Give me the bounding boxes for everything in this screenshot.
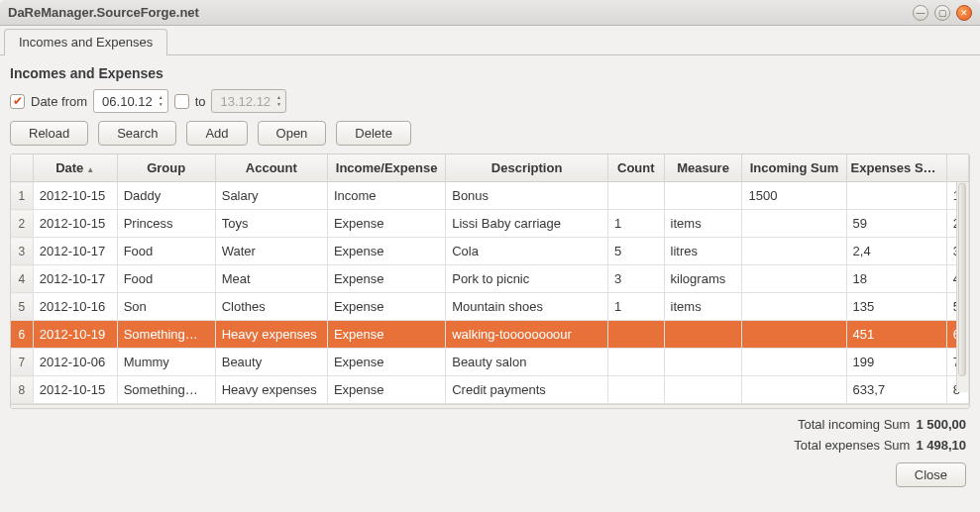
cell-group: Mummy bbox=[117, 349, 215, 376]
cell-date: 2012-10-15 bbox=[33, 376, 117, 404]
col-header[interactable]: Incoming Sum bbox=[742, 154, 846, 182]
cell-type: Expense bbox=[327, 210, 445, 238]
search-button[interactable]: Search bbox=[98, 121, 176, 146]
delete-button[interactable]: Delete bbox=[336, 121, 411, 146]
cell-measure bbox=[664, 182, 742, 210]
table-row[interactable]: 42012-10-17FoodMeatExpensePork to picnic… bbox=[11, 265, 969, 293]
cell-exp: 199 bbox=[846, 349, 946, 376]
cell-desc: Bonus bbox=[446, 182, 608, 210]
cell-account: Toys bbox=[215, 210, 327, 238]
tabbar: Incomes and Expenses bbox=[0, 28, 980, 55]
cell-inc bbox=[742, 293, 846, 321]
cell-account: Salary bbox=[215, 182, 327, 210]
total-expenses-value: 1 498,10 bbox=[916, 438, 966, 453]
cell-measure bbox=[664, 376, 742, 404]
cell-n: 7 bbox=[11, 349, 33, 376]
table-header-row: Date▲GroupAccountIncome/ExpenseDescripti… bbox=[11, 154, 969, 182]
col-header[interactable] bbox=[946, 154, 968, 182]
cell-exp bbox=[846, 182, 946, 210]
total-expenses-label: Total expenses Sum bbox=[794, 438, 910, 453]
date-to-field[interactable]: 13.12.12 ▲▼ bbox=[211, 89, 286, 113]
total-incoming-value: 1 500,00 bbox=[916, 417, 966, 432]
table-row[interactable]: 62012-10-19Something…Heavy expensesExpen… bbox=[11, 321, 969, 349]
date-from-field[interactable]: 06.10.12 ▲▼ bbox=[93, 89, 168, 113]
col-header[interactable]: Description bbox=[446, 154, 608, 182]
cell-type: Income bbox=[327, 182, 445, 210]
horizontal-scrollbar[interactable] bbox=[11, 404, 969, 409]
total-incoming-label: Total incoming Sum bbox=[798, 417, 910, 432]
cell-desc: Lissi Baby carriage bbox=[446, 210, 608, 238]
cell-count bbox=[607, 321, 664, 349]
date-to-label: to bbox=[195, 94, 206, 109]
cell-inc: 1500 bbox=[742, 182, 846, 210]
table-row[interactable]: 22012-10-15PrincessToysExpenseLissi Baby… bbox=[11, 210, 969, 238]
cell-inc bbox=[742, 376, 846, 404]
cell-type: Expense bbox=[327, 265, 445, 293]
table-row[interactable]: 52012-10-16SonClothesExpenseMountain sho… bbox=[11, 293, 969, 321]
table-row[interactable]: 32012-10-17FoodWaterExpenseCola5litres2,… bbox=[11, 238, 969, 265]
table-row[interactable]: 12012-10-15DaddySalaryIncomeBonus15001 bbox=[11, 182, 969, 210]
cell-group: Something… bbox=[117, 376, 215, 404]
cell-inc bbox=[742, 265, 846, 293]
cell-account: Heavy expenses bbox=[215, 376, 327, 404]
cell-group: Food bbox=[117, 265, 215, 293]
cell-desc: Mountain shoes bbox=[446, 293, 608, 321]
maximize-button[interactable]: ▢ bbox=[934, 5, 950, 21]
cell-date: 2012-10-17 bbox=[33, 265, 117, 293]
reload-button[interactable]: Reload bbox=[10, 121, 88, 146]
date-to-value: 13.12.12 bbox=[220, 94, 271, 109]
tab-incomes-expenses[interactable]: Incomes and Expenses bbox=[4, 29, 167, 55]
titlebar: DaReManager.SourceForge.net — ▢ ✕ bbox=[0, 0, 980, 26]
cell-count bbox=[607, 182, 664, 210]
date-from-value: 06.10.12 bbox=[102, 94, 153, 109]
cell-type: Expense bbox=[327, 376, 445, 404]
cell-account: Water bbox=[215, 238, 327, 265]
minimize-button[interactable]: — bbox=[913, 5, 928, 21]
cell-n: 3 bbox=[11, 238, 33, 265]
cell-account: Meat bbox=[215, 265, 327, 293]
vertical-scrollbar[interactable] bbox=[956, 182, 968, 392]
col-header[interactable]: Measure bbox=[664, 154, 742, 182]
filter-row: ✔ Date from 06.10.12 ▲▼ to 13.12.12 ▲▼ bbox=[0, 85, 980, 121]
add-button[interactable]: Add bbox=[186, 121, 247, 146]
col-header[interactable]: Account bbox=[215, 154, 327, 182]
cell-measure bbox=[664, 321, 742, 349]
cell-group: Food bbox=[117, 238, 215, 265]
col-rownum[interactable] bbox=[11, 154, 33, 182]
cell-date: 2012-10-19 bbox=[33, 321, 117, 349]
cell-desc: Credit payments bbox=[446, 376, 608, 404]
cell-type: Expense bbox=[327, 321, 445, 349]
table-row[interactable]: 72012-10-06MummyBeautyExpenseBeauty salo… bbox=[11, 349, 969, 376]
cell-group: Something… bbox=[117, 321, 215, 349]
cell-group: Son bbox=[117, 293, 215, 321]
cell-measure: items bbox=[664, 293, 742, 321]
date-from-spinner[interactable]: ▲▼ bbox=[157, 94, 165, 108]
open-button[interactable]: Open bbox=[258, 121, 327, 146]
col-header[interactable]: Expenses Sum bbox=[846, 154, 946, 182]
table-row[interactable]: 82012-10-15Something…Heavy expensesExpen… bbox=[11, 376, 969, 404]
date-from-checkbox[interactable]: ✔ bbox=[10, 94, 25, 109]
close-window-button[interactable]: ✕ bbox=[956, 5, 972, 21]
cell-exp: 135 bbox=[846, 293, 946, 321]
cell-measure bbox=[664, 349, 742, 376]
cell-inc bbox=[742, 238, 846, 265]
col-header[interactable]: Income/Expense bbox=[327, 154, 445, 182]
cell-n: 5 bbox=[11, 293, 33, 321]
cell-count: 5 bbox=[607, 238, 664, 265]
cell-date: 2012-10-16 bbox=[33, 293, 117, 321]
date-to-checkbox[interactable] bbox=[174, 94, 189, 109]
col-header[interactable]: Count bbox=[607, 154, 664, 182]
col-header[interactable]: Group bbox=[117, 154, 215, 182]
cell-group: Princess bbox=[117, 210, 215, 238]
cell-n: 2 bbox=[11, 210, 33, 238]
cell-date: 2012-10-15 bbox=[33, 182, 117, 210]
date-to-spinner[interactable]: ▲▼ bbox=[274, 94, 283, 108]
cell-type: Expense bbox=[327, 238, 445, 265]
cell-type: Expense bbox=[327, 293, 445, 321]
cell-date: 2012-10-15 bbox=[33, 210, 117, 238]
col-header[interactable]: Date▲ bbox=[33, 154, 117, 182]
cell-account: Clothes bbox=[215, 293, 327, 321]
cell-inc bbox=[742, 321, 846, 349]
cell-group: Daddy bbox=[117, 182, 215, 210]
close-button[interactable]: Close bbox=[896, 462, 966, 487]
